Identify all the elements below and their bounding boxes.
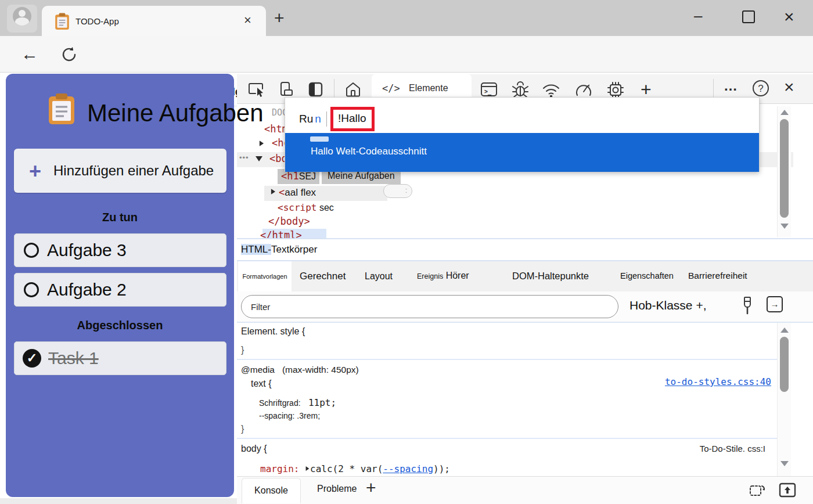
task-checked-icon[interactable]: ✓	[23, 349, 41, 368]
browser-toolbar: ← https://microsoftedge.github.io/Demos/…	[0, 36, 813, 73]
dom-ul-text: aal flex	[285, 187, 316, 198]
console-panel-icon[interactable]: >_	[480, 81, 498, 98]
decl-margin[interactable]: margin: calc(2 * var(--spacing));	[260, 463, 450, 474]
breadcrumb-highlight: HTML-	[241, 244, 271, 255]
breadcrumb[interactable]: HTML-Textkörper	[241, 244, 317, 255]
decl-font-size[interactable]: Schriftgrad: 11pt;	[259, 397, 336, 408]
dom-ul-open: <	[279, 186, 285, 198]
tab-event-listeners[interactable]: Ereignis Hörer	[417, 271, 469, 281]
styles-filter-input[interactable]	[241, 295, 618, 318]
devtools-close-icon[interactable]: ×	[784, 77, 794, 97]
device-emulation-icon[interactable]	[276, 81, 294, 98]
browser-tab[interactable]: TODO-App ×	[42, 6, 266, 36]
done-task-row[interactable]: ✓ Task 1	[14, 341, 226, 375]
task-row[interactable]: Aufgabe 3	[14, 233, 226, 267]
stylesheet-link[interactable]: to-do-styles.css:40	[665, 376, 771, 387]
collapse-arrow-icon[interactable]	[256, 156, 262, 161]
tab-layout[interactable]: Layout	[365, 271, 393, 282]
dom-gutter-dots[interactable]: •••	[239, 153, 249, 162]
tab-computed[interactable]: Gerechnet	[300, 271, 346, 282]
performance-gauge-icon[interactable]	[574, 81, 593, 99]
back-button[interactable]: ←	[21, 44, 38, 64]
dom-badge-pill[interactable]: :	[383, 184, 412, 198]
tab-event-large: Hörer	[446, 271, 469, 280]
dom-body-close[interactable]: </body>	[268, 215, 310, 227]
tab-properties[interactable]: Eigenschaften	[620, 271, 674, 280]
tab-strip: TODO-App × + – ×	[0, 0, 813, 36]
hov-cls-toggle[interactable]: Hob-Klasse +,	[629, 298, 706, 312]
scrollbar-thumb[interactable]	[780, 337, 789, 392]
inspect-element-icon[interactable]	[247, 81, 266, 98]
tab-close-icon[interactable]: ×	[244, 13, 251, 28]
suggestion-row-selected[interactable]: Hallo Welt-Codeausschnitt	[285, 133, 759, 172]
dom-h1-open: <h1	[281, 170, 299, 182]
devtools-drawer-bar: Konsole Probleme +	[237, 476, 813, 504]
scroll-down-icon[interactable]	[780, 224, 789, 229]
dom-script-node[interactable]: <script sec	[278, 202, 334, 213]
dom-script-open: <script	[278, 202, 316, 213]
scroll-up-icon[interactable]	[780, 327, 789, 333]
toolbar-divider	[713, 79, 714, 99]
styles-scrollbar[interactable]	[777, 323, 791, 476]
debug-bug-icon[interactable]	[511, 80, 530, 99]
dock-side-icon[interactable]	[748, 483, 767, 499]
devtools-menu-icon[interactable]: …	[724, 78, 738, 94]
tab-issues[interactable]: Probleme	[317, 484, 357, 494]
command-palette-popup: Ru n !Hallo Hallo Welt-Codeausschnitt	[285, 97, 760, 172]
rule-divider	[237, 359, 777, 360]
activity-bar-icon[interactable]	[307, 81, 324, 98]
drawer-add-tab-icon[interactable]: +	[366, 478, 376, 498]
dom-ul-node[interactable]: <aal flex	[279, 186, 316, 199]
app-title: Meine Aufgaben	[87, 99, 296, 127]
styles-pane: Element. style { } @media (max-width: 45…	[237, 323, 793, 476]
css-variable-link[interactable]: --spacing	[383, 463, 433, 474]
add-task-button[interactable]: + Hinzufügen einer Aufgabe	[14, 149, 226, 193]
tab-console[interactable]: Konsole	[242, 478, 301, 503]
command-input-row[interactable]: Ru n !Hallo	[299, 107, 375, 131]
network-wifi-icon[interactable]	[541, 82, 561, 98]
browser-window: TODO-App × + – × ← https://microsoftedge…	[0, 0, 813, 504]
tab-elements-label: Elemente	[409, 83, 448, 93]
stylesheet-link-body[interactable]: To-Do-Stile. css:I	[700, 444, 765, 453]
tab-title: TODO-App	[75, 16, 119, 26]
rule-body-selector[interactable]: body {	[241, 444, 267, 454]
window-close-button[interactable]: ×	[784, 7, 794, 27]
expand-value-icon[interactable]	[306, 466, 310, 471]
help-icon[interactable]: ?	[753, 80, 769, 96]
sidebar-tabs-bar: Formatvorlagen Gerechnet Layout Ereignis…	[237, 261, 813, 291]
task-row[interactable]: Aufgabe 2	[14, 273, 226, 307]
window-maximize-button[interactable]	[742, 10, 755, 23]
avatar	[13, 7, 31, 26]
query-annotation-redbox: !Hallo	[330, 107, 375, 131]
plus-icon: +	[29, 159, 41, 183]
tab-dom-breakpoints[interactable]: DOM-Haltepunkte	[512, 271, 589, 282]
profile-button[interactable]	[7, 5, 37, 33]
expand-arrow-icon[interactable]	[260, 141, 264, 146]
rule-element-style[interactable]: Element. style {	[241, 326, 305, 337]
rule-brace: }	[241, 345, 244, 355]
dom-scrollbar[interactable]	[777, 106, 791, 237]
color-brush-icon[interactable]	[740, 296, 755, 316]
decl-spacing[interactable]: --spacing: .3rem;	[259, 411, 320, 420]
scrollbar-thumb[interactable]	[780, 119, 789, 218]
toggle-element-state-icon[interactable]: →	[767, 296, 783, 312]
run-suffix: n	[315, 113, 321, 125]
scroll-down-icon[interactable]	[780, 461, 789, 466]
expand-quick-view-icon[interactable]	[778, 481, 797, 499]
tab-favicon-clipboard-icon	[55, 13, 70, 30]
task-radio-icon[interactable]	[24, 282, 39, 297]
expand-arrow-icon[interactable]	[271, 189, 275, 195]
text-cursor	[326, 111, 327, 127]
new-tab-button[interactable]: +	[274, 8, 285, 28]
window-minimize-button[interactable]: –	[694, 7, 702, 25]
scroll-up-icon[interactable]	[780, 110, 789, 115]
suggestion-highlight-fragment	[310, 136, 329, 142]
tab-accessibility[interactable]: Barrierefreiheit	[688, 271, 747, 281]
task-label: Aufgabe 2	[47, 280, 127, 300]
tab-styles[interactable]: Formatvorlagen	[238, 261, 292, 291]
todo-section-heading: Zu tun	[6, 211, 234, 224]
home-icon[interactable]	[344, 81, 362, 98]
task-radio-icon[interactable]	[24, 243, 39, 258]
reload-button[interactable]	[60, 46, 78, 63]
rule-text-selector[interactable]: text {	[251, 379, 272, 389]
